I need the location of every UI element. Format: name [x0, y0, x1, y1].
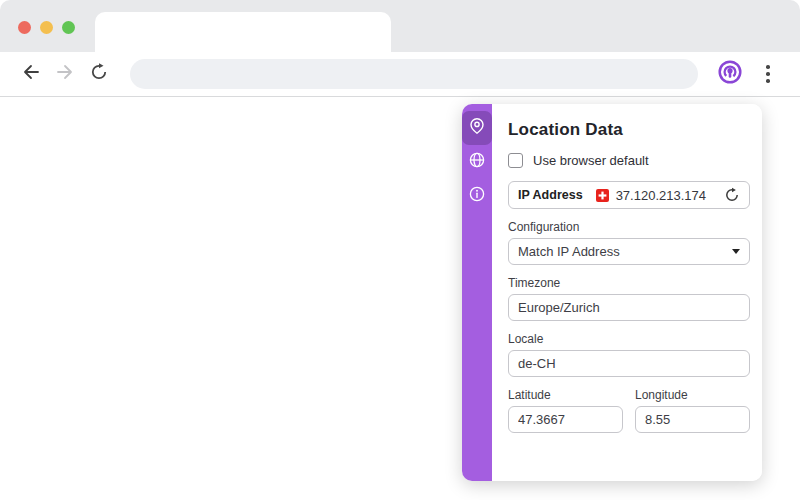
extension-logo-icon — [717, 59, 743, 89]
popup-sidebar — [462, 104, 492, 481]
ip-address-label: IP Address — [518, 188, 583, 202]
close-window-button[interactable] — [18, 21, 31, 34]
forward-arrow-icon — [55, 62, 75, 86]
use-browser-default-row[interactable]: Use browser default — [508, 153, 750, 168]
minimize-window-button[interactable] — [40, 21, 53, 34]
latitude-column: Latitude — [508, 377, 623, 433]
use-browser-default-checkbox[interactable] — [508, 153, 523, 168]
timezone-input[interactable] — [508, 294, 750, 321]
back-button[interactable] — [14, 57, 48, 91]
use-browser-default-label: Use browser default — [533, 153, 649, 168]
chevron-down-icon — [732, 249, 740, 254]
switzerland-flag-icon — [596, 189, 609, 202]
popup-content: Location Data Use browser default IP Add… — [492, 104, 762, 481]
longitude-column: Longitude — [635, 377, 750, 433]
ip-address-value: 37.120.213.174 — [616, 188, 706, 203]
reload-icon — [89, 62, 109, 86]
kebab-dot — [766, 79, 770, 83]
longitude-input[interactable] — [635, 406, 750, 433]
timezone-label: Timezone — [508, 276, 750, 290]
browser-toolbar — [0, 52, 800, 97]
locale-label: Locale — [508, 332, 750, 346]
latitude-label: Latitude — [508, 388, 623, 402]
back-arrow-icon — [21, 62, 41, 86]
browser-tab[interactable] — [95, 12, 391, 52]
refresh-ip-button[interactable] — [724, 187, 740, 203]
address-bar-input[interactable] — [130, 59, 698, 89]
ip-address-box: IP Address 37.120.213.174 — [508, 181, 750, 209]
latitude-input[interactable] — [508, 406, 623, 433]
panel-title: Location Data — [508, 120, 750, 140]
extension-button[interactable] — [716, 60, 744, 88]
longitude-label: Longitude — [635, 388, 750, 402]
window-controls — [18, 21, 75, 34]
lat-lon-row: Latitude Longitude — [508, 377, 750, 433]
sidebar-tab-location[interactable] — [462, 111, 492, 145]
kebab-dot — [766, 72, 770, 76]
page-content: Location Data Use browser default IP Add… — [0, 97, 800, 499]
info-icon — [468, 185, 486, 207]
maximize-window-button[interactable] — [62, 21, 75, 34]
forward-button[interactable] — [48, 57, 82, 91]
location-pin-icon — [468, 117, 486, 139]
extension-popup-panel: Location Data Use browser default IP Add… — [462, 104, 762, 481]
kebab-dot — [766, 65, 770, 69]
sidebar-tab-browser[interactable] — [462, 145, 492, 179]
sidebar-tab-info[interactable] — [462, 179, 492, 213]
browser-menu-button[interactable] — [758, 60, 778, 88]
locale-input[interactable] — [508, 350, 750, 377]
configuration-value: Match IP Address — [518, 244, 620, 259]
globe-icon — [468, 151, 486, 173]
reload-button[interactable] — [82, 57, 116, 91]
tab-strip — [0, 0, 800, 52]
configuration-select[interactable]: Match IP Address — [508, 238, 750, 265]
configuration-label: Configuration — [508, 220, 750, 234]
